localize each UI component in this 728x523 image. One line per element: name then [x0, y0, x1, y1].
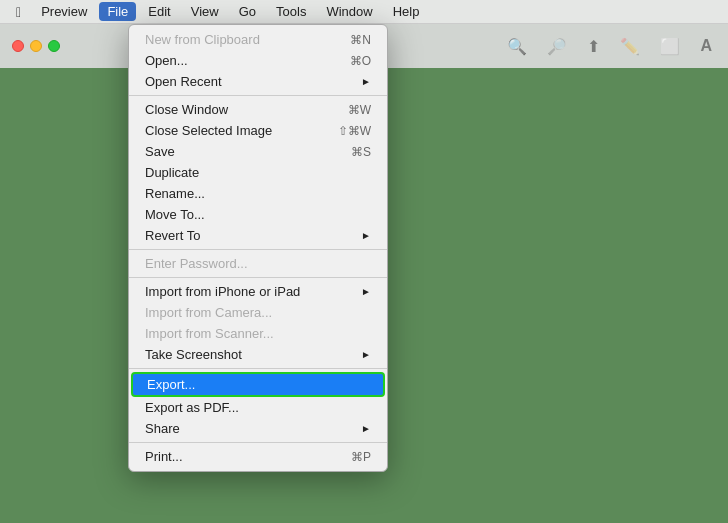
menubar-view[interactable]: View [183, 2, 227, 21]
menu-item-move-to[interactable]: Move To... [129, 204, 387, 225]
menu-item-rename[interactable]: Rename... [129, 183, 387, 204]
share-icon[interactable]: ⬆ [583, 33, 604, 60]
menubar-tools[interactable]: Tools [268, 2, 314, 21]
menu-item-import-scanner-label: Import from Scanner... [145, 326, 274, 341]
text-icon[interactable]: A [696, 33, 716, 59]
traffic-lights [12, 40, 60, 52]
menu-item-export-pdf[interactable]: Export as PDF... [129, 397, 387, 418]
minimize-button[interactable] [30, 40, 42, 52]
menu-item-print[interactable]: Print... ⌘P [129, 446, 387, 467]
separator-4 [129, 368, 387, 369]
revert-to-arrow-icon: ► [345, 230, 371, 241]
take-screenshot-arrow-icon: ► [345, 349, 371, 360]
share-arrow-icon: ► [345, 423, 371, 434]
close-button[interactable] [12, 40, 24, 52]
menu-item-import-camera[interactable]: Import from Camera... [129, 302, 387, 323]
open-recent-arrow-icon: ► [345, 76, 371, 87]
file-menu-dropdown: New from Clipboard ⌘N Open... ⌘O Open Re… [128, 24, 388, 472]
menu-item-enter-password-label: Enter Password... [145, 256, 248, 271]
menu-item-new-clipboard[interactable]: New from Clipboard ⌘N [129, 29, 387, 50]
menu-item-close-window-label: Close Window [145, 102, 228, 117]
menu-item-open-recent-label: Open Recent [145, 74, 222, 89]
menu-item-take-screenshot-label: Take Screenshot [145, 347, 242, 362]
separator-1 [129, 95, 387, 96]
menu-item-save-shortcut: ⌘S [335, 145, 371, 159]
menu-item-close-selected-image-shortcut: ⇧⌘W [322, 124, 371, 138]
menu-item-save-label: Save [145, 144, 175, 159]
menu-item-open-shortcut: ⌘O [334, 54, 371, 68]
menu-item-rename-label: Rename... [145, 186, 205, 201]
menu-item-import-camera-label: Import from Camera... [145, 305, 272, 320]
menu-item-export-pdf-label: Export as PDF... [145, 400, 239, 415]
menu-item-close-selected-image[interactable]: Close Selected Image ⇧⌘W [129, 120, 387, 141]
pencil-icon[interactable]: ✏️ [616, 33, 644, 60]
menu-item-close-window-shortcut: ⌘W [332, 103, 371, 117]
separator-3 [129, 277, 387, 278]
menu-item-open-label: Open... [145, 53, 188, 68]
separator-5 [129, 442, 387, 443]
separator-2 [129, 249, 387, 250]
menu-item-duplicate[interactable]: Duplicate [129, 162, 387, 183]
import-iphone-arrow-icon: ► [345, 286, 371, 297]
menu-item-close-window[interactable]: Close Window ⌘W [129, 99, 387, 120]
menu-item-move-to-label: Move To... [145, 207, 205, 222]
menu-item-print-label: Print... [145, 449, 183, 464]
menu-bar:  Preview File Edit View Go Tools Window… [0, 0, 728, 24]
menubar-edit[interactable]: Edit [140, 2, 178, 21]
menu-item-new-clipboard-shortcut: ⌘N [334, 33, 371, 47]
menu-item-import-iphone[interactable]: Import from iPhone or iPad ► [129, 281, 387, 302]
menu-item-save[interactable]: Save ⌘S [129, 141, 387, 162]
menu-item-print-shortcut: ⌘P [335, 450, 371, 464]
menu-item-export[interactable]: Export... [131, 372, 385, 397]
menu-item-new-clipboard-label: New from Clipboard [145, 32, 260, 47]
menu-item-share[interactable]: Share ► [129, 418, 387, 439]
menu-item-duplicate-label: Duplicate [145, 165, 199, 180]
menu-item-enter-password[interactable]: Enter Password... [129, 253, 387, 274]
zoom-out-icon[interactable]: 🔍 [503, 33, 531, 60]
menubar-file[interactable]: File [99, 2, 136, 21]
menu-item-import-iphone-label: Import from iPhone or iPad [145, 284, 300, 299]
crop-icon[interactable]: ⬜ [656, 33, 684, 60]
menu-item-take-screenshot[interactable]: Take Screenshot ► [129, 344, 387, 365]
menu-item-close-selected-image-label: Close Selected Image [145, 123, 272, 138]
menubar-preview[interactable]: Preview [33, 2, 95, 21]
menu-item-export-label: Export... [147, 377, 195, 392]
menu-item-open-recent[interactable]: Open Recent ► [129, 71, 387, 92]
menu-item-revert-to-label: Revert To [145, 228, 200, 243]
menubar-go[interactable]: Go [231, 2, 264, 21]
menu-item-open[interactable]: Open... ⌘O [129, 50, 387, 71]
menu-item-share-label: Share [145, 421, 180, 436]
menu-item-revert-to[interactable]: Revert To ► [129, 225, 387, 246]
zoom-in-icon[interactable]: 🔎 [543, 33, 571, 60]
menubar-help[interactable]: Help [385, 2, 428, 21]
menubar-window[interactable]: Window [318, 2, 380, 21]
apple-menu-icon[interactable]:  [8, 4, 29, 20]
maximize-button[interactable] [48, 40, 60, 52]
menu-item-import-scanner[interactable]: Import from Scanner... [129, 323, 387, 344]
